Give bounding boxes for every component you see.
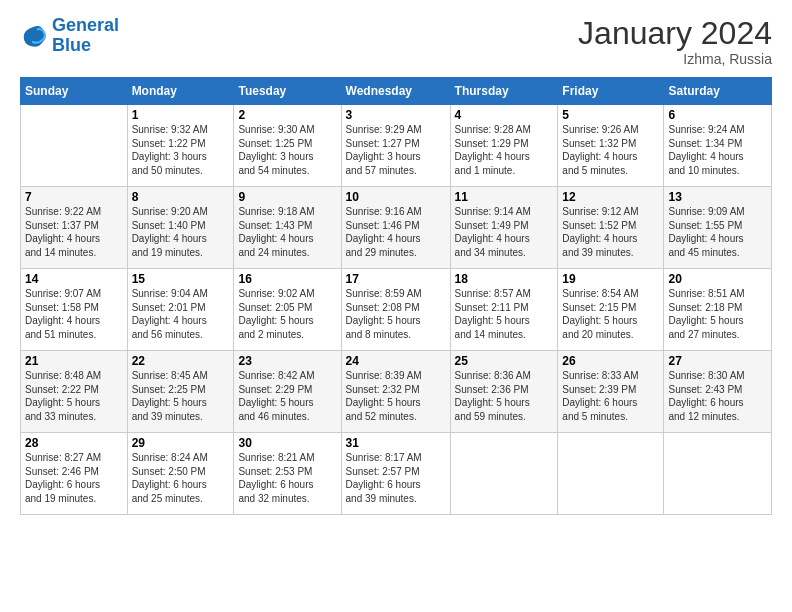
day-info: Sunrise: 8:45 AM Sunset: 2:25 PM Dayligh… [132,369,230,423]
header-monday: Monday [127,78,234,105]
day-number: 21 [25,354,123,368]
day-number: 20 [668,272,767,286]
day-number: 16 [238,272,336,286]
day-info: Sunrise: 8:48 AM Sunset: 2:22 PM Dayligh… [25,369,123,423]
calendar-cell: 28Sunrise: 8:27 AM Sunset: 2:46 PM Dayli… [21,433,128,515]
calendar-cell: 11Sunrise: 9:14 AM Sunset: 1:49 PM Dayli… [450,187,558,269]
calendar-cell: 10Sunrise: 9:16 AM Sunset: 1:46 PM Dayli… [341,187,450,269]
day-number: 25 [455,354,554,368]
day-number: 10 [346,190,446,204]
day-info: Sunrise: 9:14 AM Sunset: 1:49 PM Dayligh… [455,205,554,259]
day-info: Sunrise: 9:20 AM Sunset: 1:40 PM Dayligh… [132,205,230,259]
calendar-cell: 7Sunrise: 9:22 AM Sunset: 1:37 PM Daylig… [21,187,128,269]
calendar-cell: 29Sunrise: 8:24 AM Sunset: 2:50 PM Dayli… [127,433,234,515]
calendar-cell: 5Sunrise: 9:26 AM Sunset: 1:32 PM Daylig… [558,105,664,187]
day-info: Sunrise: 8:42 AM Sunset: 2:29 PM Dayligh… [238,369,336,423]
day-info: Sunrise: 8:57 AM Sunset: 2:11 PM Dayligh… [455,287,554,341]
calendar-cell: 23Sunrise: 8:42 AM Sunset: 2:29 PM Dayli… [234,351,341,433]
day-number: 3 [346,108,446,122]
day-number: 4 [455,108,554,122]
calendar-cell: 21Sunrise: 8:48 AM Sunset: 2:22 PM Dayli… [21,351,128,433]
calendar-cell: 16Sunrise: 9:02 AM Sunset: 2:05 PM Dayli… [234,269,341,351]
page: General Blue January 2024 Izhma, Russia … [0,0,792,612]
day-info: Sunrise: 9:26 AM Sunset: 1:32 PM Dayligh… [562,123,659,177]
day-info: Sunrise: 9:02 AM Sunset: 2:05 PM Dayligh… [238,287,336,341]
calendar-cell: 22Sunrise: 8:45 AM Sunset: 2:25 PM Dayli… [127,351,234,433]
day-number: 5 [562,108,659,122]
calendar-cell [664,433,772,515]
day-info: Sunrise: 9:09 AM Sunset: 1:55 PM Dayligh… [668,205,767,259]
day-number: 7 [25,190,123,204]
day-number: 18 [455,272,554,286]
calendar-cell: 9Sunrise: 9:18 AM Sunset: 1:43 PM Daylig… [234,187,341,269]
day-number: 30 [238,436,336,450]
calendar-cell: 4Sunrise: 9:28 AM Sunset: 1:29 PM Daylig… [450,105,558,187]
day-number: 26 [562,354,659,368]
day-number: 22 [132,354,230,368]
calendar-cell: 15Sunrise: 9:04 AM Sunset: 2:01 PM Dayli… [127,269,234,351]
logo-text: General Blue [52,16,119,56]
calendar-cell: 6Sunrise: 9:24 AM Sunset: 1:34 PM Daylig… [664,105,772,187]
day-info: Sunrise: 8:30 AM Sunset: 2:43 PM Dayligh… [668,369,767,423]
day-number: 31 [346,436,446,450]
calendar-cell: 8Sunrise: 9:20 AM Sunset: 1:40 PM Daylig… [127,187,234,269]
day-info: Sunrise: 8:39 AM Sunset: 2:32 PM Dayligh… [346,369,446,423]
calendar-cell: 1Sunrise: 9:32 AM Sunset: 1:22 PM Daylig… [127,105,234,187]
calendar-cell: 17Sunrise: 8:59 AM Sunset: 2:08 PM Dayli… [341,269,450,351]
header: General Blue January 2024 Izhma, Russia [20,16,772,67]
day-number: 1 [132,108,230,122]
header-tuesday: Tuesday [234,78,341,105]
day-number: 6 [668,108,767,122]
day-number: 11 [455,190,554,204]
day-info: Sunrise: 8:54 AM Sunset: 2:15 PM Dayligh… [562,287,659,341]
calendar-title: January 2024 [578,16,772,51]
calendar-cell: 30Sunrise: 8:21 AM Sunset: 2:53 PM Dayli… [234,433,341,515]
day-number: 14 [25,272,123,286]
header-thursday: Thursday [450,78,558,105]
day-number: 28 [25,436,123,450]
day-info: Sunrise: 8:59 AM Sunset: 2:08 PM Dayligh… [346,287,446,341]
calendar-subtitle: Izhma, Russia [578,51,772,67]
day-info: Sunrise: 9:30 AM Sunset: 1:25 PM Dayligh… [238,123,336,177]
calendar-table: Sunday Monday Tuesday Wednesday Thursday… [20,77,772,515]
day-info: Sunrise: 8:17 AM Sunset: 2:57 PM Dayligh… [346,451,446,505]
header-sunday: Sunday [21,78,128,105]
day-number: 17 [346,272,446,286]
day-number: 2 [238,108,336,122]
calendar-cell: 26Sunrise: 8:33 AM Sunset: 2:39 PM Dayli… [558,351,664,433]
day-info: Sunrise: 9:29 AM Sunset: 1:27 PM Dayligh… [346,123,446,177]
day-info: Sunrise: 8:51 AM Sunset: 2:18 PM Dayligh… [668,287,767,341]
calendar-cell: 12Sunrise: 9:12 AM Sunset: 1:52 PM Dayli… [558,187,664,269]
header-wednesday: Wednesday [341,78,450,105]
calendar-cell: 24Sunrise: 8:39 AM Sunset: 2:32 PM Dayli… [341,351,450,433]
day-info: Sunrise: 9:18 AM Sunset: 1:43 PM Dayligh… [238,205,336,259]
day-info: Sunrise: 9:24 AM Sunset: 1:34 PM Dayligh… [668,123,767,177]
calendar-cell: 27Sunrise: 8:30 AM Sunset: 2:43 PM Dayli… [664,351,772,433]
day-number: 24 [346,354,446,368]
calendar-cell: 19Sunrise: 8:54 AM Sunset: 2:15 PM Dayli… [558,269,664,351]
day-info: Sunrise: 8:21 AM Sunset: 2:53 PM Dayligh… [238,451,336,505]
day-info: Sunrise: 8:33 AM Sunset: 2:39 PM Dayligh… [562,369,659,423]
day-number: 15 [132,272,230,286]
day-number: 27 [668,354,767,368]
day-number: 29 [132,436,230,450]
day-number: 8 [132,190,230,204]
calendar-cell [450,433,558,515]
calendar-header: Sunday Monday Tuesday Wednesday Thursday… [21,78,772,105]
calendar-cell: 14Sunrise: 9:07 AM Sunset: 1:58 PM Dayli… [21,269,128,351]
day-number: 19 [562,272,659,286]
calendar-cell: 31Sunrise: 8:17 AM Sunset: 2:57 PM Dayli… [341,433,450,515]
day-number: 12 [562,190,659,204]
day-number: 23 [238,354,336,368]
day-info: Sunrise: 9:32 AM Sunset: 1:22 PM Dayligh… [132,123,230,177]
day-number: 13 [668,190,767,204]
day-info: Sunrise: 8:24 AM Sunset: 2:50 PM Dayligh… [132,451,230,505]
day-info: Sunrise: 8:36 AM Sunset: 2:36 PM Dayligh… [455,369,554,423]
calendar-cell: 25Sunrise: 8:36 AM Sunset: 2:36 PM Dayli… [450,351,558,433]
day-info: Sunrise: 9:04 AM Sunset: 2:01 PM Dayligh… [132,287,230,341]
title-block: January 2024 Izhma, Russia [578,16,772,67]
logo: General Blue [20,16,119,56]
calendar-cell: 13Sunrise: 9:09 AM Sunset: 1:55 PM Dayli… [664,187,772,269]
day-info: Sunrise: 9:16 AM Sunset: 1:46 PM Dayligh… [346,205,446,259]
day-info: Sunrise: 9:12 AM Sunset: 1:52 PM Dayligh… [562,205,659,259]
